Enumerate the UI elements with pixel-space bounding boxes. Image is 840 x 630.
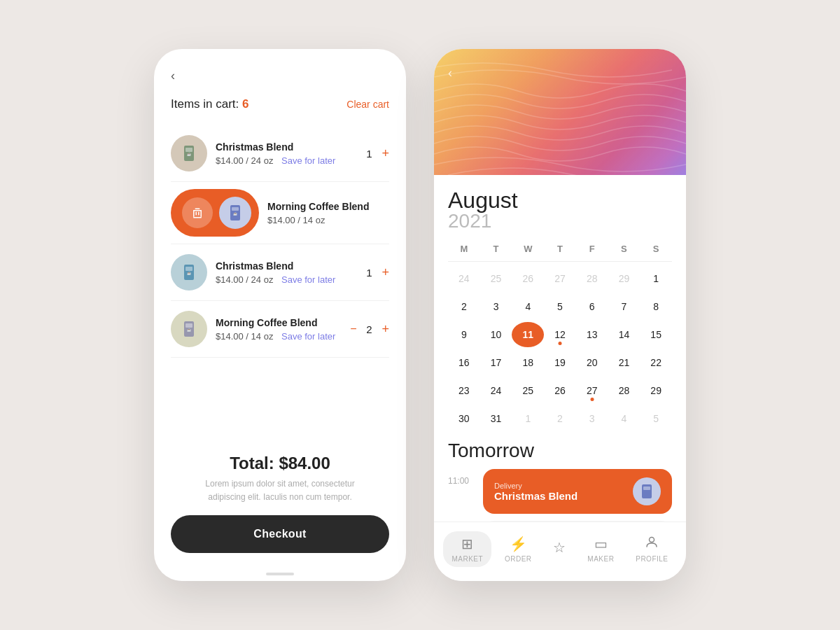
cal-day[interactable]: 8 xyxy=(640,294,672,319)
nav-label-order: ORDER xyxy=(505,555,532,563)
svg-rect-3 xyxy=(193,210,202,211)
cal-day[interactable]: 23 xyxy=(448,378,480,403)
cal-day[interactable]: 13 xyxy=(576,322,608,347)
svg-rect-7 xyxy=(196,212,197,216)
cal-day[interactable]: 7 xyxy=(608,294,640,319)
cal-day[interactable]: 15 xyxy=(640,322,672,347)
item-info: Morning Coffee Blend $14.00 / 14 oz Save… xyxy=(216,316,342,341)
cal-day[interactable]: 16 xyxy=(448,350,480,375)
weekday-fri: F xyxy=(576,239,608,258)
cart-back-button[interactable]: ‹ xyxy=(171,69,175,83)
cart-title: Items in cart: 6 xyxy=(171,97,249,111)
item-price: $14.00 / 14 oz xyxy=(267,215,389,225)
increase-qty-button[interactable]: + xyxy=(382,265,389,280)
clear-cart-button[interactable]: Clear cart xyxy=(346,99,389,110)
cal-day[interactable]: 9 xyxy=(448,322,480,347)
order-icon: ⚡ xyxy=(510,536,527,552)
calendar-year: 2021 xyxy=(448,211,672,231)
cal-day[interactable]: 18 xyxy=(512,350,544,375)
cal-day[interactable]: 5 xyxy=(640,406,672,431)
cal-day[interactable]: 22 xyxy=(640,350,672,375)
cal-day[interactable]: 6 xyxy=(576,294,608,319)
cal-day[interactable]: 1 xyxy=(512,406,544,431)
cal-day[interactable]: 30 xyxy=(448,406,480,431)
cal-day[interactable]: 4 xyxy=(608,406,640,431)
cal-day-today[interactable]: 11 xyxy=(512,322,544,347)
item-name: Christmas Blend xyxy=(216,260,355,272)
item-price: $14.00 / 24 oz Save for later xyxy=(216,274,355,285)
cal-day[interactable]: 26 xyxy=(512,266,544,291)
save-for-later-link[interactable]: Save for later xyxy=(281,155,335,166)
cal-day[interactable]: 12 xyxy=(544,322,576,347)
save-for-later-link[interactable]: Save for later xyxy=(281,331,335,342)
nav-item-maker[interactable]: ▭ MAKER xyxy=(579,531,622,567)
item-image: ☕ xyxy=(171,311,207,347)
cal-day[interactable]: 27 xyxy=(576,378,608,403)
cal-day[interactable]: 24 xyxy=(480,378,512,403)
cal-day[interactable]: 5 xyxy=(544,294,576,319)
nav-item-profile[interactable]: PROFILE xyxy=(627,531,676,567)
svg-rect-6 xyxy=(193,217,202,218)
cal-day[interactable]: 28 xyxy=(608,378,640,403)
calendar-back-button[interactable]: ‹ xyxy=(448,66,452,80)
cal-day[interactable]: 17 xyxy=(480,350,512,375)
cal-day[interactable]: 29 xyxy=(608,266,640,291)
cal-day[interactable]: 27 xyxy=(544,266,576,291)
svg-text:☕: ☕ xyxy=(187,271,192,276)
item-price: $14.00 / 14 oz Save for later xyxy=(216,331,342,342)
item-name: Morning Coffee Blend xyxy=(216,316,342,329)
increase-qty-button[interactable]: + xyxy=(382,322,389,337)
calendar-month-year: August 2021 xyxy=(448,175,672,239)
swipe-item-info: Morning Coffee Blend $14.00 / 14 oz xyxy=(259,200,389,225)
cal-day[interactable]: 3 xyxy=(480,294,512,319)
nav-item-order[interactable]: ⚡ ORDER xyxy=(496,531,540,567)
item-quantity: 1 + xyxy=(363,265,389,280)
cal-day[interactable]: 3 xyxy=(576,406,608,431)
calendar-header-background: ‹ xyxy=(434,49,686,175)
event-time: 11:00 xyxy=(448,469,475,486)
cal-day[interactable]: 28 xyxy=(576,266,608,291)
maker-icon: ▭ xyxy=(594,536,608,552)
cal-day[interactable]: 26 xyxy=(544,378,576,403)
cart-item: ☕ Christmas Blend $14.00 / 24 oz Save fo… xyxy=(171,125,389,182)
cal-day[interactable]: 4 xyxy=(512,294,544,319)
svg-text:☕: ☕ xyxy=(187,328,192,332)
cart-description: Lorem ipsum dolor sit amet, consectetura… xyxy=(154,477,406,515)
checkout-button[interactable]: Checkout xyxy=(171,515,389,553)
cal-day[interactable]: 25 xyxy=(480,266,512,291)
cal-day[interactable]: 21 xyxy=(608,350,640,375)
item-info: Christmas Blend $14.00 / 24 oz Save for … xyxy=(216,141,355,165)
nav-item-market[interactable]: ⊞ MARKET xyxy=(443,531,491,567)
bottom-navigation: ⊞ MARKET ⚡ ORDER ☆ ▭ MAKER PROFILE xyxy=(434,522,686,581)
cal-day[interactable]: 2 xyxy=(544,406,576,431)
save-for-later-link[interactable]: Save for later xyxy=(281,274,335,285)
cal-day[interactable]: 25 xyxy=(512,378,544,403)
event-card-delivery[interactable]: Delivery Christmas Blend xyxy=(483,469,672,514)
cart-item-swipe: ☕ Morning Coffee Blend $14.00 / 14 oz xyxy=(171,182,389,244)
time-slot: 11:00 Delivery Christmas Blend xyxy=(448,469,672,514)
increase-qty-button[interactable]: + xyxy=(382,146,389,161)
cart-count: 6 xyxy=(242,97,248,111)
weekday-sat: S xyxy=(608,239,640,258)
svg-rect-8 xyxy=(198,212,200,216)
cal-day[interactable]: 1 xyxy=(640,266,672,291)
cal-day[interactable]: 31 xyxy=(480,406,512,431)
calendar-days: 24 25 26 27 28 29 1 2 3 4 5 6 7 8 9 10 1… xyxy=(448,266,672,431)
cal-day[interactable]: 14 xyxy=(608,322,640,347)
decrease-qty-button[interactable]: − xyxy=(350,323,356,335)
weekday-mon: M xyxy=(448,239,480,258)
cal-day[interactable]: 2 xyxy=(448,294,480,319)
cart-item: ☕ Morning Coffee Blend $14.00 / 14 oz Sa… xyxy=(171,301,389,358)
calendar-phone: ‹ August 2021 M T W T F S S 24 25 26 27 xyxy=(434,49,686,581)
svg-rect-4 xyxy=(193,210,195,217)
nav-item-favorites[interactable]: ☆ xyxy=(545,535,574,563)
item-info: Christmas Blend $14.00 / 24 oz Save for … xyxy=(216,260,355,284)
cal-day[interactable]: 20 xyxy=(576,350,608,375)
cal-day[interactable]: 10 xyxy=(480,322,512,347)
cal-day[interactable]: 24 xyxy=(448,266,480,291)
cal-day[interactable]: 19 xyxy=(544,350,576,375)
cal-day[interactable]: 29 xyxy=(640,378,672,403)
weekday-tue: T xyxy=(480,239,512,258)
quantity-value: 1 xyxy=(363,267,374,279)
delete-item-button[interactable] xyxy=(182,197,213,228)
